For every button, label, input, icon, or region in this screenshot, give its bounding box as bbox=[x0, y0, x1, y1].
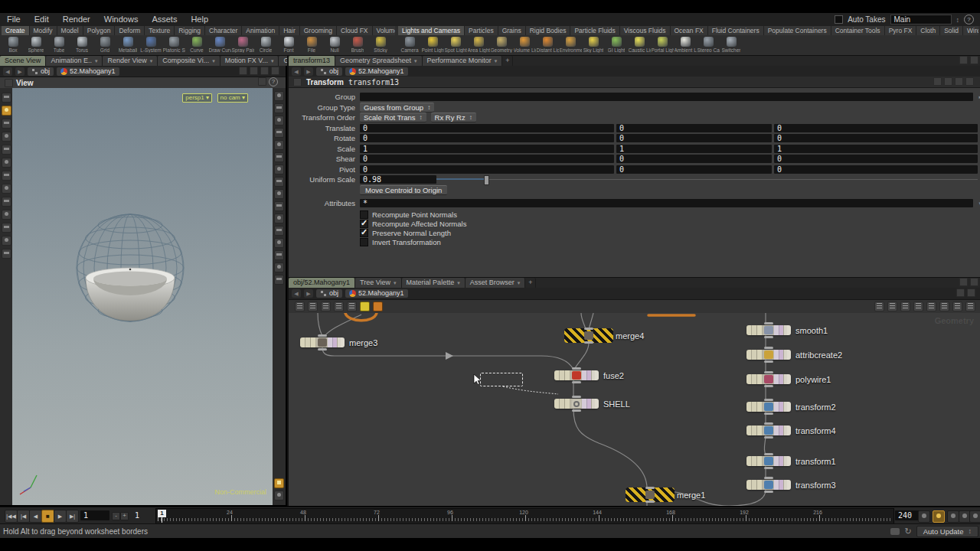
stop-button[interactable]: ■ bbox=[41, 510, 54, 523]
network-dots-icon[interactable] bbox=[874, 302, 884, 311]
layout-split-icon[interactable] bbox=[258, 77, 266, 86]
node-merge3[interactable] bbox=[300, 337, 345, 347]
parent-arrow-icon[interactable] bbox=[956, 289, 965, 297]
shelf-tab-polygon[interactable]: Polygon bbox=[83, 26, 116, 35]
start-frame-field[interactable]: 1 bbox=[80, 510, 109, 520]
menu-edit[interactable]: Edit bbox=[28, 13, 56, 26]
node-input-connector[interactable] bbox=[572, 396, 581, 398]
shelf-tool-spray-paint[interactable]: Spray Paint bbox=[231, 36, 254, 55]
play-forward-button[interactable]: ▶ bbox=[54, 510, 67, 523]
shelf-tool-sticky[interactable]: Sticky bbox=[369, 36, 392, 55]
normals-icon[interactable] bbox=[274, 165, 284, 174]
play-reverse-button[interactable]: ◀ bbox=[29, 510, 42, 523]
shelf-tab-rigging[interactable]: Rigging bbox=[175, 26, 205, 35]
checkbox-preserve-normal-length[interactable] bbox=[360, 229, 368, 237]
paint-tool-icon[interactable] bbox=[2, 197, 11, 207]
menu-assets[interactable]: Assets bbox=[145, 13, 184, 26]
peak-tool-icon[interactable] bbox=[2, 236, 11, 246]
tab-geometry-spreadsheet[interactable]: Geometry Spreadsheet▾ bbox=[335, 56, 423, 66]
material-icon[interactable] bbox=[274, 226, 284, 236]
tab-tree-view[interactable]: Tree View▾ bbox=[355, 278, 402, 288]
shelf-tool-sphere[interactable]: Sphere bbox=[24, 36, 47, 55]
background-icon[interactable] bbox=[274, 238, 284, 248]
rotate-tool-icon[interactable] bbox=[2, 132, 11, 142]
new-pane-tab-button[interactable]: + bbox=[502, 56, 513, 66]
path-dropdown-icon[interactable] bbox=[967, 289, 975, 297]
network-color-yellow-icon[interactable] bbox=[360, 302, 370, 311]
shelf-tab-populate-containers[interactable]: Populate Containers bbox=[764, 26, 831, 35]
shelf-tool-null[interactable]: Null bbox=[323, 36, 346, 55]
edit-tool-icon[interactable] bbox=[2, 223, 11, 233]
shelf-tab-rigid-bodies[interactable]: Rigid Bodies bbox=[526, 26, 571, 35]
node-merge1[interactable] bbox=[628, 490, 672, 500]
pane-menu-icon[interactable] bbox=[5, 79, 13, 87]
tab-dropdown-icon[interactable]: ▾ bbox=[95, 58, 98, 64]
pane-menu-icon[interactable] bbox=[970, 56, 978, 64]
network-dots2-icon[interactable] bbox=[887, 302, 897, 311]
shelf-tool-switcher[interactable]: Switcher bbox=[720, 36, 743, 55]
translate-tool-icon[interactable] bbox=[2, 119, 11, 129]
network-snap-icon[interactable] bbox=[913, 302, 923, 311]
node-output-connector[interactable] bbox=[572, 381, 581, 383]
field-translate-x[interactable]: 0 bbox=[360, 124, 614, 132]
handles-tool-icon[interactable] bbox=[2, 171, 11, 181]
snapshot-icon[interactable] bbox=[274, 491, 284, 500]
network-gridlines-icon[interactable] bbox=[939, 302, 949, 311]
points-icon[interactable] bbox=[274, 177, 284, 187]
tab-render-view[interactable]: Render View▾ bbox=[103, 56, 158, 66]
attributes-field[interactable]: * bbox=[360, 199, 973, 207]
path-node-chip[interactable]: 52.Mahogany1 bbox=[345, 289, 408, 298]
shelf-tab-volume[interactable]: Volume bbox=[373, 26, 395, 35]
node-merge4[interactable] bbox=[567, 331, 611, 341]
pin-icon[interactable] bbox=[944, 77, 952, 86]
help-icon[interactable] bbox=[965, 77, 974, 86]
node-name-field[interactable]: transform13 bbox=[348, 78, 399, 86]
shelf-tool-platonic-sol[interactable]: Platonic Sol... bbox=[162, 36, 185, 55]
shelf-tool-volume-light[interactable]: Volume Light bbox=[513, 36, 536, 55]
shelf-tab-create[interactable]: Create bbox=[2, 26, 30, 35]
shelf-tool-portal-light[interactable]: Portal Light bbox=[651, 36, 674, 55]
group-icon[interactable] bbox=[274, 275, 284, 285]
node-input-connector[interactable] bbox=[764, 422, 773, 425]
shelf-tool-geometry-l[interactable]: Geometry L... bbox=[490, 36, 513, 55]
scale-tool-icon[interactable] bbox=[2, 145, 11, 155]
back-icon[interactable]: ◀ bbox=[3, 67, 12, 76]
view-tool-icon[interactable] bbox=[2, 93, 11, 103]
node-transform2[interactable] bbox=[746, 402, 791, 412]
shelf-tab-model[interactable]: Model bbox=[57, 26, 83, 35]
field-rotate-y[interactable]: 0 bbox=[616, 134, 772, 142]
field-rotate-x[interactable]: 0 bbox=[360, 134, 614, 142]
node-output-connector[interactable] bbox=[764, 385, 773, 387]
shelf-tab-fluid-containers[interactable]: Fluid Containers bbox=[708, 26, 764, 35]
network-grid2-icon[interactable] bbox=[321, 302, 331, 311]
shelf-tool-ambient-li[interactable]: Ambient Li... bbox=[674, 36, 697, 55]
pane-menu-icon[interactable] bbox=[970, 278, 978, 286]
shelf-tool-file[interactable]: File bbox=[300, 36, 323, 55]
increment-frame-button[interactable]: + bbox=[120, 512, 129, 520]
node-type-icon[interactable] bbox=[293, 78, 302, 86]
tab-asset-browser[interactable]: Asset Browser▾ bbox=[466, 278, 526, 288]
take-name-field[interactable]: Main bbox=[890, 15, 952, 24]
shelf-tool-environme[interactable]: Environme... bbox=[559, 36, 582, 55]
node-output-connector[interactable] bbox=[645, 500, 655, 503]
jump-end-button[interactable]: ▶| bbox=[66, 510, 79, 523]
shelf-tab-container-tools[interactable]: Container Tools bbox=[831, 26, 885, 35]
shelf-tab-character[interactable]: Character bbox=[205, 26, 242, 35]
field-translate-z[interactable]: 0 bbox=[774, 124, 978, 132]
gear-icon[interactable] bbox=[933, 77, 942, 86]
network-magnifier-icon[interactable] bbox=[952, 302, 962, 311]
tab-scene-view[interactable]: Scene View bbox=[0, 56, 46, 66]
group-type-dropdown[interactable]: Guess from Group↕ bbox=[360, 103, 434, 112]
path-node-chip[interactable]: 52.Mahogany1 bbox=[57, 67, 119, 76]
shelf-tab-modify[interactable]: Modify bbox=[30, 26, 57, 35]
tab-dropdown-icon[interactable]: ▾ bbox=[271, 58, 274, 64]
node-output-connector[interactable] bbox=[764, 360, 773, 363]
field-shear-x[interactable]: 0 bbox=[360, 155, 614, 163]
node-output-connector[interactable] bbox=[318, 348, 327, 350]
shelf-tool-caustic-light[interactable]: Caustic Light bbox=[628, 36, 651, 55]
shelf-tab-hair[interactable]: Hair bbox=[279, 26, 300, 35]
move-centroid-button[interactable]: Move Centroid to Origin bbox=[360, 185, 447, 195]
shelf-tab-deform[interactable]: Deform bbox=[115, 26, 145, 35]
node-output-connector[interactable] bbox=[764, 467, 773, 469]
slider-handle[interactable] bbox=[484, 175, 489, 185]
